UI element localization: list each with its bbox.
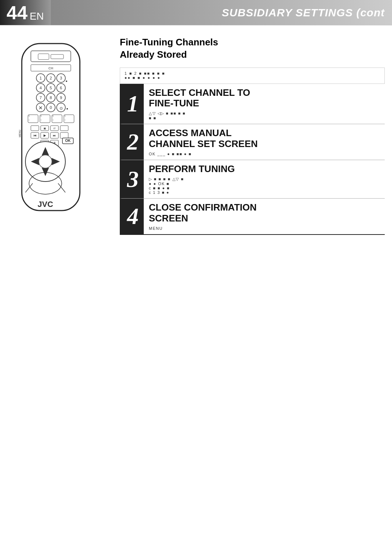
svg-text:−: − bbox=[28, 119, 30, 121]
svg-text:MENU: MENU bbox=[19, 130, 21, 137]
svg-text:1: 1 bbox=[40, 76, 42, 80]
svg-text:−: − bbox=[52, 119, 54, 121]
step-3-heading-line1: PERFORM TUNING bbox=[149, 164, 380, 175]
svg-text:⏮: ⏮ bbox=[33, 134, 37, 137]
svg-text:6: 6 bbox=[60, 86, 62, 90]
svg-rect-57 bbox=[60, 133, 68, 138]
svg-rect-2 bbox=[38, 54, 49, 60]
svg-text:−: − bbox=[40, 119, 42, 121]
step-3-content: PERFORM TUNING ▷ ■ ■ ■ ■ △▽ ■ ● ● OK ■ c… bbox=[144, 160, 385, 198]
step-2-block: 2 ACCESS MANUAL CHANNEL SET SCREEN OK __… bbox=[120, 124, 385, 160]
svg-text:+: + bbox=[28, 115, 30, 117]
svg-text:+: + bbox=[52, 115, 54, 117]
step-4-block: 4 CLOSE CONFIRMATION SCREEN MENU bbox=[120, 199, 385, 235]
step-1-heading-line2: FINE-TUNE bbox=[149, 98, 380, 109]
svg-text:3: 3 bbox=[60, 76, 62, 80]
step-1-detail: △▽ ◁▷ ■ ■■ ■ ■ ■ ■ bbox=[149, 111, 380, 120]
step-4-heading-line1: CLOSE CONFIRMATION bbox=[149, 202, 380, 213]
section-title-line2: Already Stored bbox=[120, 49, 385, 61]
step-4-content: CLOSE CONFIRMATION SCREEN MENU bbox=[144, 199, 385, 234]
svg-text:OK: OK bbox=[65, 139, 71, 143]
svg-text:■: ■ bbox=[66, 80, 67, 82]
page-suffix-text: EN bbox=[30, 11, 44, 25]
svg-text:⊙: ⊙ bbox=[60, 106, 63, 110]
remote-svg: CH 1 2 3 ■ 4 5 6 7 8 9 bbox=[11, 40, 105, 230]
svg-text:JVC: JVC bbox=[38, 200, 53, 209]
step-4-number: 4 bbox=[122, 199, 144, 234]
step-1-number: 1 bbox=[122, 84, 144, 124]
svg-text:+: + bbox=[40, 115, 42, 117]
svg-text:5: 5 bbox=[50, 86, 52, 90]
svg-text:2: 2 bbox=[50, 76, 52, 80]
svg-text:▣: ▣ bbox=[44, 127, 46, 130]
svg-text:✕: ✕ bbox=[38, 105, 43, 111]
step-2-heading: ACCESS MANUAL CHANNEL SET SCREEN bbox=[149, 128, 380, 150]
svg-text:4: 4 bbox=[40, 86, 42, 90]
remote-illustration: CH 1 2 3 ■ 4 5 6 7 8 9 bbox=[7, 36, 109, 235]
step-1-block: 1 SELECT CHANNEL TO FINE-TUNE △▽ ◁▷ ■ ■■… bbox=[120, 84, 385, 125]
step-3-heading: PERFORM TUNING bbox=[149, 164, 380, 175]
instructions-panel: Fine-Tuning Channels Already Stored 1 ■ … bbox=[120, 36, 385, 235]
svg-text:▶: ▶ bbox=[44, 134, 46, 137]
svg-text:0: 0 bbox=[50, 105, 52, 110]
step-4-heading-line2: SCREEN bbox=[149, 213, 380, 224]
step-4-detail: MENU bbox=[149, 226, 380, 231]
svg-text:+: + bbox=[64, 115, 66, 117]
step-2-heading-line1: ACCESS MANUAL bbox=[149, 128, 380, 139]
step-1-heading-line1: SELECT CHANNEL TO bbox=[149, 87, 380, 98]
svg-text:CH: CH bbox=[49, 66, 53, 70]
section-title: Fine-Tuning Channels Already Stored bbox=[120, 36, 385, 61]
top-symbols-row: 1 ■ 2 ■ ■■ ■ ■ ■ ●● ■ ■ ● ● ● ● bbox=[120, 68, 385, 84]
svg-rect-44 bbox=[31, 126, 39, 131]
step-2-content: ACCESS MANUAL CHANNEL SET SCREEN OK ___ … bbox=[144, 124, 385, 160]
svg-text:−: − bbox=[64, 119, 66, 121]
page-num-text: 44 bbox=[7, 2, 28, 24]
title-text: SUBSIDIARY SETTINGS (cont bbox=[222, 7, 385, 19]
step-2-number: 2 bbox=[122, 124, 144, 160]
svg-point-69 bbox=[39, 155, 52, 168]
svg-rect-3 bbox=[51, 54, 64, 59]
svg-text:7: 7 bbox=[40, 95, 42, 100]
step-4-heading: CLOSE CONFIRMATION SCREEN bbox=[149, 202, 380, 224]
step-3-block: 3 PERFORM TUNING ▷ ■ ■ ■ ■ △▽ ■ ● ● OK ■… bbox=[120, 160, 385, 199]
step-3-number: 3 bbox=[122, 160, 144, 198]
symbols-row2: ●● ■ ■ ● ● ● ● bbox=[124, 76, 380, 80]
svg-rect-49 bbox=[60, 126, 68, 131]
step-1-heading: SELECT CHANNEL TO FINE-TUNE bbox=[149, 87, 380, 109]
section-title-line1: Fine-Tuning Channels bbox=[120, 36, 385, 49]
step-3-detail: ▷ ■ ■ ■ ■ △▽ ■ ● ● OK ■ c ■ ■ ● ■ c 1 3 … bbox=[149, 177, 380, 195]
svg-text:9: 9 bbox=[60, 95, 62, 100]
svg-text:⏭: ⏭ bbox=[53, 134, 56, 137]
svg-text:///: /// bbox=[53, 127, 56, 130]
step-1-content: SELECT CHANNEL TO FINE-TUNE △▽ ◁▷ ■ ■■ ■… bbox=[144, 84, 385, 124]
step-2-detail: OK ___ ● ■ ■■ ● ■ bbox=[149, 152, 380, 156]
main-content: CH 1 2 3 ■ 4 5 6 7 8 9 bbox=[0, 25, 392, 242]
page-header: 44 EN SUBSIDIARY SETTINGS (cont bbox=[0, 0, 392, 25]
svg-text:8: 8 bbox=[50, 95, 52, 100]
header-title-bar: SUBSIDIARY SETTINGS (cont bbox=[51, 0, 392, 25]
svg-text:■: ■ bbox=[66, 107, 68, 110]
step-2-heading-line2: CHANNEL SET SCREEN bbox=[149, 139, 380, 150]
page-number: 44 EN bbox=[0, 0, 51, 25]
symbols-row1: 1 ■ 2 ■ ■■ ■ ■ ■ bbox=[124, 71, 380, 76]
